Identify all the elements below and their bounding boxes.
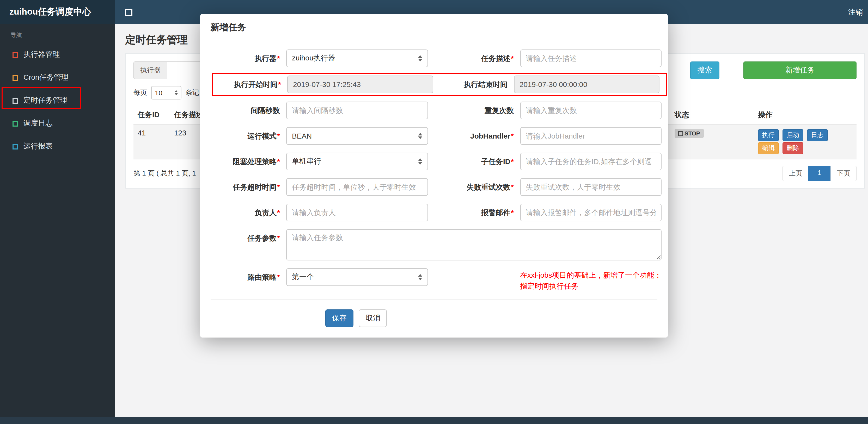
page-1-button[interactable]: 1 <box>808 166 831 181</box>
interval-input[interactable] <box>286 102 428 119</box>
executor-filter-label: 执行器 <box>133 62 167 79</box>
sidebar-item-executor-management[interactable]: 执行器管理 <box>0 43 115 66</box>
note-spacer <box>434 268 520 292</box>
sidebar-item-label: 执行器管理 <box>24 50 60 59</box>
select-arrows-icon <box>418 55 422 62</box>
alarm-email-label: 报警邮件* <box>434 204 520 221</box>
status-badge-label: STOP <box>684 130 700 136</box>
per-page-prefix: 每页 <box>133 88 147 97</box>
interval-label: 间隔秒数 <box>200 102 286 119</box>
sidebar-toggle-icon[interactable] <box>125 9 132 16</box>
scheduled-task-icon <box>12 98 18 103</box>
search-button[interactable]: 搜索 <box>690 62 719 79</box>
end-time-input[interactable] <box>514 75 659 93</box>
task-desc-label: 任务描述* <box>434 50 520 67</box>
sidebar-item-run-report[interactable]: 运行报表 <box>0 135 115 158</box>
modal-footer: 保存 取消 <box>211 299 657 337</box>
job-handler-label: JobHandler* <box>434 127 520 145</box>
cell-status: STOP <box>671 125 754 159</box>
feature-note-line1: 在xxl-jobs项目的基础上，新增了一个功能： <box>520 270 668 281</box>
owner-input[interactable] <box>286 204 428 221</box>
cancel-button[interactable]: 取消 <box>359 309 387 327</box>
cron-task-icon <box>12 75 18 80</box>
route-strategy-label: 路由策略* <box>200 268 286 292</box>
header-actions: 操作 <box>754 106 857 124</box>
header-task-id: 任务ID <box>133 106 170 124</box>
annotation-highlight-time-row: 执行开始时间* 执行结束时间 <box>212 73 667 96</box>
add-task-modal: 新增任务 执行器* zuihou执行器 任务描述* <box>200 14 668 337</box>
retry-input[interactable] <box>520 178 661 196</box>
retry-label: 失败重试次数* <box>434 178 520 196</box>
cell-task-id: 41 <box>133 125 170 159</box>
task-desc-input[interactable] <box>520 50 661 67</box>
repeat-input[interactable] <box>520 102 661 119</box>
block-strategy-select[interactable]: 单机串行 <box>286 153 428 170</box>
end-time-label: 执行结束时间 <box>439 75 514 93</box>
sidebar-item-scheduled-task-management[interactable]: 定时任务管理 <box>0 89 115 112</box>
nav-section-label: 导航 <box>0 24 115 43</box>
footer-bar <box>0 417 868 424</box>
start-button[interactable]: 启动 <box>782 129 803 141</box>
start-time-input[interactable] <box>287 75 433 93</box>
per-page-suffix: 条记 <box>186 88 199 97</box>
alarm-email-input[interactable] <box>520 204 661 221</box>
sidebar-item-schedule-log[interactable]: 调度日志 <box>0 112 115 135</box>
header-status: 状态 <box>671 106 754 124</box>
run-mode-select[interactable]: BEAN <box>286 127 428 145</box>
select-arrows-icon <box>418 158 422 165</box>
timeout-input[interactable] <box>286 178 428 196</box>
modal-body: 执行器* zuihou执行器 任务描述* 执行开始时间* <box>200 41 668 292</box>
cell-actions: 执行 启动 日志 编辑 删除 <box>754 125 857 159</box>
log-button[interactable]: 日志 <box>807 129 828 141</box>
timeout-label: 任务超时时间* <box>200 178 286 196</box>
per-page-select[interactable]: 10 <box>151 86 181 99</box>
child-job-input[interactable] <box>520 153 661 170</box>
select-arrows-icon <box>418 274 422 280</box>
run-report-icon <box>12 143 18 149</box>
edit-button[interactable]: 编辑 <box>758 142 779 154</box>
feature-note: 在xxl-jobs项目的基础上，新增了一个功能： 指定时间执行任务 <box>520 268 668 292</box>
status-badge: STOP <box>675 129 704 138</box>
feature-note-line2: 指定时间执行任务 <box>520 281 668 292</box>
child-job-label: 子任务ID* <box>434 153 520 170</box>
app-root: zuihou任务调度中心 注销 导航 执行器管理 Cron任务管理 定时任务管理… <box>0 0 868 424</box>
prev-page-button[interactable]: 上页 <box>782 166 809 181</box>
sidebar: 导航 执行器管理 Cron任务管理 定时任务管理 调度日志 运行报表 <box>0 24 115 424</box>
select-arrows-icon <box>175 90 178 95</box>
modal-title: 新增任务 <box>200 14 668 41</box>
sidebar-item-cron-task-management[interactable]: Cron任务管理 <box>0 66 115 89</box>
select-arrows-icon <box>418 133 422 139</box>
job-param-textarea[interactable] <box>286 229 661 260</box>
per-page-value: 10 <box>155 89 162 97</box>
pager: 上页 1 下页 <box>782 166 857 181</box>
sidebar-item-label: 调度日志 <box>24 119 53 128</box>
logout-link[interactable]: 注销 <box>845 0 866 24</box>
run-button[interactable]: 执行 <box>758 129 779 141</box>
save-button[interactable]: 保存 <box>325 309 353 327</box>
pagination-info: 第 1 页 ( 总共 1 页, 1 <box>133 169 196 178</box>
executor-select[interactable]: zuihou执行器 <box>286 50 428 67</box>
block-strategy-label: 阻塞处理策略* <box>200 153 286 170</box>
run-mode-label: 运行模式* <box>200 127 286 145</box>
route-strategy-select[interactable]: 第一个 <box>286 268 428 286</box>
executor-management-icon <box>12 52 18 58</box>
brand-title: zuihou任务调度中心 <box>0 0 115 24</box>
executor-label: 执行器* <box>200 50 286 67</box>
stop-square-icon <box>678 131 683 136</box>
next-page-button[interactable]: 下页 <box>831 166 857 181</box>
schedule-log-icon <box>12 121 18 126</box>
sidebar-item-label: 运行报表 <box>24 142 53 151</box>
start-time-label: 执行开始时间* <box>213 75 287 93</box>
job-param-label: 任务参数* <box>200 229 286 260</box>
delete-button[interactable]: 删除 <box>782 142 803 154</box>
repeat-label: 重复次数 <box>434 102 520 119</box>
owner-label: 负责人* <box>200 204 286 221</box>
job-handler-input[interactable] <box>520 127 661 145</box>
sidebar-item-label: Cron任务管理 <box>24 73 68 82</box>
add-task-button[interactable]: 新增任务 <box>743 62 857 79</box>
sidebar-item-label: 定时任务管理 <box>24 96 67 105</box>
